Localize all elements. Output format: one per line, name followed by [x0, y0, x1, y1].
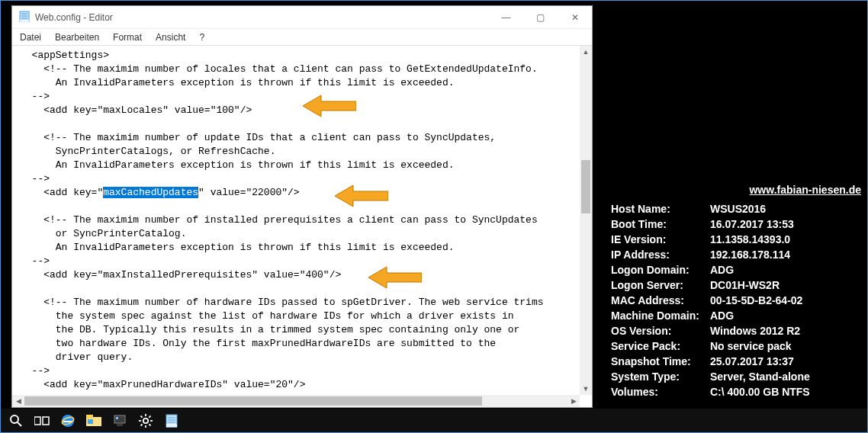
svg-line-28 [149, 415, 150, 417]
bginfo-row: OS Version:Windows 2012 R2 [611, 324, 860, 338]
notepad-taskbar-icon[interactable] [159, 409, 184, 432]
search-icon[interactable] [4, 409, 28, 432]
settings-icon[interactable] [133, 409, 158, 432]
bginfo-row: Logon Server:DC01H-WS2R [611, 278, 860, 292]
window-title: Web.config - Editor [35, 12, 113, 23]
bginfo-row: IE Version:11.1358.14393.0 [611, 233, 860, 246]
minimize-button[interactable]: — [489, 6, 523, 29]
menu-help[interactable]: ? [196, 30, 207, 44]
menu-bearbeiten[interactable]: Bearbeiten [52, 30, 102, 44]
svg-line-9 [18, 422, 21, 426]
menu-ansicht[interactable]: Ansicht [153, 30, 188, 44]
bginfo-row: System Type:Server, Stand-alone [611, 370, 860, 383]
horizontal-scroll-thumb[interactable] [24, 396, 482, 406]
internet-explorer-icon[interactable] [56, 409, 80, 432]
svg-rect-1 [20, 20, 29, 23]
bginfo-row: Machine Domain:ADG [611, 309, 860, 322]
server-manager-icon[interactable] [108, 409, 132, 432]
menu-format[interactable]: Format [110, 30, 145, 44]
bginfo-row: Snapshot Time:25.07.2017 13:37 [611, 354, 860, 368]
svg-line-25 [141, 415, 143, 417]
svg-rect-30 [166, 424, 177, 428]
horizontal-scrollbar[interactable]: ◀ ▶ [12, 395, 580, 407]
svg-rect-18 [116, 417, 118, 419]
close-button[interactable]: ✕ [558, 6, 592, 29]
vertical-scroll-thumb[interactable] [581, 160, 590, 213]
task-view-icon[interactable] [30, 409, 54, 432]
bginfo-panel: www.fabian-niesen.de Host Name:WSUS2016 … [609, 184, 861, 400]
maximize-button[interactable]: ▢ [523, 6, 558, 29]
svg-rect-10 [34, 417, 40, 425]
bginfo-row: Boot Time:16.07.2017 13:53 [611, 217, 860, 231]
bginfo-row: MAC Address:00-15-5D-B2-64-02 [611, 293, 860, 307]
bginfo-row: Volumes:C:\ 400.00 GB NTFS [611, 385, 860, 399]
svg-point-8 [11, 415, 18, 423]
titlebar[interactable]: Web.config - Editor — ▢ ✕ [12, 6, 592, 29]
svg-line-26 [149, 424, 150, 425]
menu-datei[interactable]: Datei [17, 30, 44, 44]
svg-rect-16 [88, 419, 93, 424]
vertical-scrollbar[interactable]: ▲ ▼ [580, 46, 592, 395]
bginfo-row: Service Pack:No service pack [611, 339, 860, 353]
file-explorer-icon[interactable] [82, 409, 106, 432]
svg-line-27 [141, 424, 143, 425]
scroll-right-icon[interactable]: ▶ [567, 395, 580, 407]
taskbar[interactable] [1, 409, 867, 432]
svg-rect-11 [43, 417, 49, 425]
bginfo-row: Host Name:WSUS2016 [611, 202, 860, 216]
scroll-left-icon[interactable]: ◀ [12, 395, 24, 407]
menu-bar: Datei Bearbeiten Format Ansicht ? [12, 29, 592, 45]
editor-area: <appSettings> <!-- The maximim number of… [12, 45, 592, 407]
svg-point-20 [143, 418, 148, 422]
scroll-up-icon[interactable]: ▲ [580, 46, 592, 58]
selected-text: maxCachedUpdates [103, 187, 198, 198]
notepad-window: Web.config - Editor — ▢ ✕ Datei Bearbeit… [11, 5, 593, 408]
editor-content[interactable]: <appSettings> <!-- The maximim number of… [17, 46, 580, 395]
notepad-icon [18, 11, 31, 24]
bginfo-table: Host Name:WSUS2016 Boot Time:16.07.2017 … [609, 200, 861, 400]
bginfo-link: www.fabian-niesen.de [609, 184, 861, 196]
bginfo-row: Logon Domain:ADG [611, 263, 860, 277]
scroll-down-icon[interactable]: ▼ [580, 383, 592, 395]
bginfo-row: IP Address:192.168.178.114 [611, 248, 860, 261]
svg-rect-15 [86, 415, 93, 419]
svg-rect-19 [117, 424, 123, 426]
